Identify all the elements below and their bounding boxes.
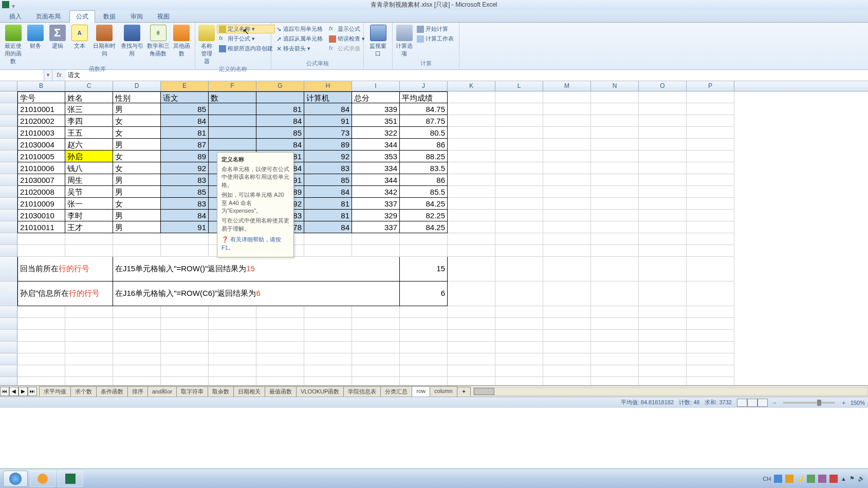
cell[interactable] xyxy=(495,115,543,127)
sheet-nav-next[interactable]: ▶ xyxy=(19,387,28,396)
btn-use-in-formula[interactable]: fx用于公式 ▾ xyxy=(217,34,275,43)
cell-name[interactable]: 钱八 xyxy=(65,162,113,174)
cell-e[interactable]: 81 xyxy=(161,127,209,139)
cell[interactable] xyxy=(65,318,113,330)
cell[interactable] xyxy=(639,174,687,186)
cell[interactable] xyxy=(543,330,591,342)
cell[interactable] xyxy=(639,306,687,318)
btn-text[interactable]: A文本 xyxy=(69,24,89,50)
cell[interactable] xyxy=(448,281,495,306)
cell-sex[interactable]: 男 xyxy=(113,186,161,198)
cell[interactable] xyxy=(209,318,256,330)
cell[interactable] xyxy=(209,342,256,353)
btn-recent-functions[interactable]: 最近使用的函数 xyxy=(3,24,23,65)
cell-h[interactable]: 81 xyxy=(304,198,352,210)
row-header[interactable] xyxy=(0,221,17,233)
cell[interactable] xyxy=(687,139,734,151)
cell[interactable] xyxy=(209,365,256,377)
cell[interactable] xyxy=(543,210,591,221)
col-header-K[interactable]: K xyxy=(448,81,495,91)
cell[interactable] xyxy=(687,162,734,174)
row-header[interactable] xyxy=(0,162,17,174)
cell-e[interactable]: 89 xyxy=(161,151,209,162)
cell[interactable] xyxy=(687,353,734,365)
row-header[interactable] xyxy=(0,198,17,210)
cell[interactable] xyxy=(543,377,591,385)
row-header[interactable] xyxy=(0,115,17,127)
cell[interactable] xyxy=(304,365,352,377)
cell[interactable] xyxy=(448,115,495,127)
cell[interactable] xyxy=(352,353,400,365)
row-header[interactable] xyxy=(0,151,17,162)
cell[interactable] xyxy=(161,318,209,330)
cell-j[interactable]: 82.25 xyxy=(400,210,448,221)
cell[interactable] xyxy=(400,377,448,385)
cell[interactable] xyxy=(591,281,639,306)
cell[interactable] xyxy=(113,365,161,377)
cell[interactable] xyxy=(687,365,734,377)
cell[interactable] xyxy=(591,210,639,221)
cell[interactable] xyxy=(543,198,591,210)
cell[interactable] xyxy=(543,151,591,162)
cell[interactable] xyxy=(209,353,256,365)
cell[interactable] xyxy=(209,377,256,385)
cell-sex[interactable]: 男 xyxy=(113,221,161,233)
sheet-tab[interactable]: and和or xyxy=(147,386,177,397)
cell[interactable] xyxy=(543,115,591,127)
cell-h[interactable]: 73 xyxy=(304,127,352,139)
btn-more-functions[interactable]: 其他函数 xyxy=(172,24,192,58)
cell-e[interactable]: 83 xyxy=(161,198,209,210)
cell[interactable] xyxy=(448,365,495,377)
col-header-B[interactable]: B xyxy=(17,81,65,91)
cell[interactable] xyxy=(687,174,734,186)
cell-i[interactable]: 342 xyxy=(352,186,400,198)
cell[interactable] xyxy=(591,365,639,377)
cell-id[interactable]: 21020002 xyxy=(17,115,65,127)
scroll-thumb[interactable] xyxy=(474,388,494,395)
cell[interactable] xyxy=(209,330,256,342)
cell[interactable] xyxy=(495,91,543,103)
cell[interactable] xyxy=(543,221,591,233)
cell-e[interactable]: 91 xyxy=(161,221,209,233)
cell[interactable] xyxy=(639,162,687,174)
cell[interactable] xyxy=(161,365,209,377)
zoom-slider[interactable] xyxy=(783,402,835,404)
cell[interactable] xyxy=(161,353,209,365)
cell-h[interactable]: 81 xyxy=(304,210,352,221)
col-header-E[interactable]: E xyxy=(161,81,209,91)
cell[interactable] xyxy=(256,342,304,353)
cell[interactable] xyxy=(591,257,639,281)
cell[interactable] xyxy=(543,139,591,151)
btn-trace-dependents[interactable]: ➚追踪从属单元格 xyxy=(274,34,325,43)
btn-define-name[interactable]: 定义名称 ▾ xyxy=(217,25,275,33)
tab-review[interactable]: 审阅 xyxy=(124,11,149,23)
cell[interactable] xyxy=(639,245,687,257)
cell[interactable] xyxy=(543,257,591,281)
cell[interactable] xyxy=(687,210,734,221)
cell-j[interactable]: 86 xyxy=(400,174,448,186)
cell[interactable] xyxy=(639,139,687,151)
cell[interactable] xyxy=(495,318,543,330)
row-header[interactable] xyxy=(0,233,17,245)
header-cell[interactable]: 姓名 xyxy=(65,91,113,103)
cell[interactable] xyxy=(352,377,400,385)
cell-sex[interactable]: 男 xyxy=(113,139,161,151)
cell[interactable] xyxy=(17,353,65,365)
cell[interactable] xyxy=(591,306,639,318)
header-cell[interactable]: 学号 xyxy=(17,91,65,103)
cell-h[interactable]: 84 xyxy=(304,103,352,115)
cell-e[interactable]: 87 xyxy=(161,139,209,151)
btn-create-from-selection[interactable]: 根据所选内容创建 xyxy=(217,44,275,53)
sheet-tab[interactable]: 排序 xyxy=(127,386,148,397)
btn-datetime[interactable]: 日期和时间 xyxy=(91,24,117,58)
cell[interactable] xyxy=(161,330,209,342)
cell[interactable] xyxy=(113,233,161,245)
row-header[interactable] xyxy=(0,210,17,221)
btn-remove-arrows[interactable]: ✕移去箭头 ▾ xyxy=(274,44,325,53)
cell-e[interactable]: 85 xyxy=(161,103,209,115)
cell[interactable] xyxy=(448,162,495,174)
cell[interactable] xyxy=(639,186,687,198)
col-header-D[interactable]: D xyxy=(113,81,161,91)
cell[interactable] xyxy=(687,151,734,162)
cell-id[interactable]: 21030007 xyxy=(17,174,65,186)
